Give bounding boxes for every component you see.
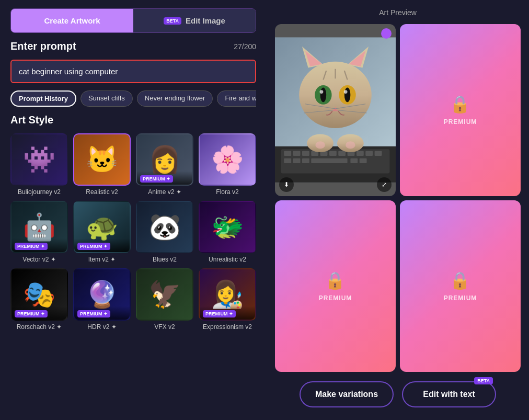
art-label-item: Item v2 ✦ [88, 256, 116, 263]
art-thumb-blues: 🐼 [136, 201, 193, 253]
premium-text-1: PREMIUM [444, 118, 477, 126]
art-item-realistic[interactable]: 🐱 Realistic v2 [73, 133, 131, 196]
art-label-unrealistic: Unrealistic v2 [209, 256, 246, 263]
art-thumb-expressionism: 👩‍🎨 PREMIUM ✦ [199, 268, 256, 321]
art-label-expressionism: Expressionism v2 [203, 323, 252, 331]
tab-bar: Create Artwork BETA Edit Image [10, 8, 256, 33]
svg-rect-3 [284, 151, 291, 156]
edit-button-label: Edit with text [423, 390, 475, 399]
art-thumb-item: 🐢 PREMIUM ✦ [73, 201, 131, 253]
hdr-premium-overlay: PREMIUM ✦ [74, 306, 130, 320]
svg-point-43 [346, 141, 355, 149]
bottom-buttons: Make variations BETA Edit with text [275, 377, 521, 412]
art-item-anime[interactable]: 👩 PREMIUM ✦ Anime v2 ✦ [136, 133, 193, 196]
right-panel: Art Preview [267, 0, 529, 420]
preview-cell-premium1[interactable]: 🔒 PREMIUM [400, 24, 521, 196]
chip-flower[interactable]: Never ending flower [137, 90, 213, 107]
hdr-premium-badge: PREMIUM ✦ [77, 310, 110, 317]
svg-rect-5 [302, 151, 309, 156]
svg-point-34 [344, 90, 348, 94]
expand-icon[interactable]: ⤢ [377, 177, 392, 192]
art-label-vfx: VFX v2 [154, 323, 175, 331]
svg-rect-15 [293, 158, 301, 163]
preview-cell-premium2[interactable]: 🔒 PREMIUM [275, 200, 396, 372]
svg-rect-18 [350, 158, 358, 163]
svg-rect-11 [356, 151, 364, 156]
preview-cell-cat[interactable]: ⬇ ⤢ [275, 24, 396, 196]
vector-premium-badge: PREMIUM ✦ [15, 243, 48, 250]
art-style-title: Art Style [10, 114, 256, 126]
art-item-item[interactable]: 🐢 PREMIUM ✦ Item v2 ✦ [73, 201, 131, 263]
lock-icon-2: 🔒 [325, 270, 346, 290]
expressionism-premium-overlay: PREMIUM ✦ [200, 306, 255, 320]
prompt-title: Enter prompt [10, 40, 76, 52]
art-thumb-flora: 🌸 [199, 133, 256, 186]
art-item-buliojourney[interactable]: 👾 Buliojourney v2 [10, 133, 68, 196]
art-thumb-rorschach: 🎭 PREMIUM ✦ [10, 268, 68, 321]
art-label-realistic: Realistic v2 [86, 188, 118, 196]
art-item-unrealistic[interactable]: 🐲 Unrealistic v2 [199, 201, 256, 263]
tab-edit-label: Edit Image [186, 16, 225, 25]
preview-grid: ⬇ ⤢ 🔒 PREMIUM 🔒 PREMIUM 🔒 PREMIUM [275, 24, 521, 372]
chip-sunset[interactable]: Sunset cliffs [80, 90, 133, 107]
svg-point-42 [315, 141, 325, 149]
art-thumb-buliojourney: 👾 [10, 133, 68, 186]
art-item-rorschach[interactable]: 🎭 PREMIUM ✦ Rorschach v2 ✦ [10, 268, 68, 331]
art-label-vector: Vector v2 ✦ [22, 256, 55, 263]
art-item-expressionism[interactable]: 👩‍🎨 PREMIUM ✦ Expressionism v2 [199, 268, 256, 331]
item-premium-badge: PREMIUM ✦ [77, 243, 110, 250]
art-label-flora: Flora v2 [216, 188, 238, 196]
art-thumb-hdr: 🔮 PREMIUM ✦ [73, 268, 131, 321]
art-label-hdr: HDR v2 ✦ [87, 323, 116, 331]
prompt-header: Enter prompt 27/200 [10, 40, 256, 52]
art-thumb-realistic: 🐱 [73, 133, 131, 186]
svg-rect-4 [293, 151, 301, 156]
svg-rect-13 [375, 151, 382, 156]
tab-create-artwork[interactable]: Create Artwork [11, 9, 133, 32]
item-premium-overlay: PREMIUM ✦ [74, 239, 130, 252]
art-thumb-anime: 👩 PREMIUM ✦ [136, 133, 193, 186]
edit-with-text-button[interactable]: BETA Edit with text [402, 381, 496, 407]
tab-edit-image[interactable]: BETA Edit Image [133, 9, 256, 32]
vector-premium-overlay: PREMIUM ✦ [12, 239, 67, 252]
preview-cell-premium3[interactable]: 🔒 PREMIUM [400, 200, 521, 372]
rorschach-premium-overlay: PREMIUM ✦ [12, 306, 67, 320]
svg-rect-8 [329, 151, 337, 156]
svg-point-33 [319, 90, 323, 94]
chip-prompt-history[interactable]: Prompt History [10, 90, 76, 107]
art-label-anime: Anime v2 ✦ [148, 188, 181, 196]
premium-content-2: 🔒 PREMIUM [319, 270, 352, 302]
rorschach-premium-badge: PREMIUM ✦ [15, 310, 48, 317]
prompt-input[interactable] [10, 60, 256, 83]
preview-dot [381, 28, 392, 39]
svg-rect-12 [365, 151, 373, 156]
svg-rect-17 [311, 158, 347, 163]
premium-text-2: PREMIUM [319, 294, 352, 302]
art-thumb-vfx: 🦅 [136, 268, 193, 321]
premium-text-3: PREMIUM [444, 294, 477, 302]
art-item-flora[interactable]: 🌸 Flora v2 [199, 133, 256, 196]
premium-content-3: 🔒 PREMIUM [444, 270, 477, 302]
download-icon[interactable]: ⬇ [279, 177, 294, 192]
art-preview-title: Art Preview [275, 8, 521, 17]
chips-row: Prompt History Sunset cliffs Never endin… [10, 90, 256, 107]
art-item-vector[interactable]: 🤖 PREMIUM ✦ Vector v2 ✦ [10, 201, 68, 263]
art-label-blues: Blues v2 [153, 256, 177, 263]
art-thumb-unrealistic: 🐲 [199, 201, 256, 253]
art-label-rorschach: Rorschach v2 ✦ [17, 323, 62, 331]
svg-rect-9 [338, 151, 346, 156]
left-panel: Create Artwork BETA Edit Image Enter pro… [0, 0, 267, 420]
beta-badge: BETA [164, 17, 181, 25]
art-label-buliojourney: Buliojourney v2 [18, 188, 61, 196]
lock-icon-1: 🔒 [450, 94, 470, 114]
edit-beta-badge: BETA [474, 377, 493, 384]
make-variations-button[interactable]: Make variations [300, 381, 394, 407]
art-item-hdr[interactable]: 🔮 PREMIUM ✦ HDR v2 ✦ [73, 268, 131, 331]
art-item-vfx[interactable]: 🦅 VFX v2 [136, 268, 193, 331]
lock-icon-3: 🔒 [450, 270, 470, 290]
chip-fire[interactable]: Fire and w [217, 90, 256, 107]
art-item-blues[interactable]: 🐼 Blues v2 [136, 201, 193, 263]
svg-rect-19 [360, 158, 367, 163]
art-thumb-vector: 🤖 PREMIUM ✦ [10, 201, 68, 253]
anime-premium-overlay: PREMIUM ✦ [137, 171, 192, 185]
